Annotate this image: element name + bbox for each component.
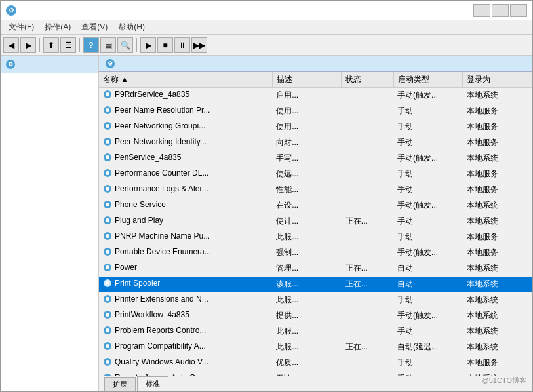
right-panel-header: ⚙ <box>99 56 532 72</box>
col-header-name[interactable]: 名称 ▲ <box>99 72 272 88</box>
svg-point-17 <box>106 218 109 222</box>
service-name-cell: Problem Reports Contro... <box>99 324 272 340</box>
row-icon: Peer Networking Identity... <box>103 137 207 146</box>
minimize-button[interactable] <box>473 4 490 17</box>
service-login-cell: 本地服务 <box>463 119 532 135</box>
table-row[interactable]: P9RdrService_4a835启用...手动(触发...本地系统 <box>99 88 532 104</box>
restart-button[interactable]: ▶▶ <box>191 37 207 53</box>
svg-point-5 <box>106 124 109 128</box>
table-row[interactable]: Print Spooler该服...正在...自动本地系统 <box>99 277 532 292</box>
table-row[interactable]: Phone Service在设...手动(触发...本地系统 <box>99 198 532 214</box>
service-startup-cell: 手动 <box>393 355 463 371</box>
row-icon: Plug and Play <box>103 216 163 225</box>
service-desc-cell: 无论... <box>272 371 342 376</box>
col-header-login[interactable]: 登录为 <box>463 72 532 88</box>
row-icon: Print Spooler <box>103 279 160 288</box>
service-login-cell: 本地系统 <box>463 151 532 167</box>
menu-item[interactable]: 文件(F) <box>3 20 39 34</box>
service-status-cell <box>342 88 393 104</box>
table-row[interactable]: PenService_4a835手写...手动(触发...本地系统 <box>99 151 532 167</box>
service-login-cell: 本地系统 <box>463 198 532 214</box>
window-controls <box>473 4 527 17</box>
show-hide-button[interactable]: ☰ <box>60 37 76 53</box>
table-row[interactable]: Printer Extensions and N...此服...手动本地系统 <box>99 292 532 308</box>
search-button[interactable]: 🔍 <box>117 37 133 53</box>
table-row[interactable]: PrintWorkflow_4a835提供...手动(触发...本地系统 <box>99 308 532 324</box>
service-startup-cell: 手动(触发... <box>393 308 463 324</box>
menu-item[interactable]: 帮助(H) <box>113 20 150 34</box>
table-row[interactable]: Performance Logs & Aler...性能...手动本地服务 <box>99 182 532 198</box>
table-row[interactable]: Peer Name Resolution Pr...使用...手动本地服务 <box>99 104 532 119</box>
service-startup-cell: 自动(延迟... <box>393 340 463 355</box>
table-body: P9RdrService_4a835启用...手动(触发...本地系统Peer … <box>99 88 532 376</box>
service-status-cell <box>342 324 393 340</box>
service-name-cell: Performance Logs & Aler... <box>99 182 272 198</box>
service-startup-cell: 手动 <box>393 324 463 340</box>
service-name-cell: Portable Device Enumera... <box>99 245 272 261</box>
tab-扩展[interactable]: 扩展 <box>104 377 136 391</box>
svg-point-33 <box>106 344 109 348</box>
menu-item[interactable]: 查看(V) <box>76 20 113 34</box>
service-name-cell: Print Spooler <box>99 277 272 292</box>
tab-标准[interactable]: 标准 <box>137 376 168 391</box>
table-row[interactable]: Power管理...正在...自动本地系统 <box>99 261 532 277</box>
list-button[interactable]: ▤ <box>100 37 116 53</box>
forward-button[interactable]: ▶ <box>20 37 36 53</box>
toolbar-separator-1 <box>39 38 40 52</box>
table-row[interactable]: PNRP Machine Name Pu...此服...手动本地服务 <box>99 229 532 245</box>
menu-item[interactable]: 操作(A) <box>39 20 76 34</box>
table-header: 名称 ▲ 描述 状态 启动类型 登录为 <box>99 72 532 88</box>
col-header-startup[interactable]: 启动类型 <box>393 72 463 88</box>
svg-point-35 <box>106 360 109 364</box>
row-icon: PNRP Machine Name Pu... <box>103 231 210 241</box>
maximize-button[interactable] <box>492 4 509 17</box>
table-row[interactable]: Quality Windows Audio V...优质...手动本地服务 <box>99 355 532 371</box>
title-bar-left: ⚙ <box>6 5 20 16</box>
services-table-container[interactable]: 名称 ▲ 描述 状态 启动类型 登录为 P9RdrService_4a835启用… <box>99 72 532 376</box>
table-row[interactable]: Performance Counter DL...使远...手动本地服务 <box>99 167 532 182</box>
service-name-cell: Performance Counter DL... <box>99 167 272 182</box>
help-button[interactable]: ? <box>83 37 99 53</box>
left-panel-icon: ⚙ <box>6 60 15 69</box>
stop-button[interactable]: ■ <box>157 37 173 53</box>
table-row[interactable]: Problem Reports Contro...此服...手动本地系统 <box>99 324 532 340</box>
service-startup-cell: 自动 <box>393 277 463 292</box>
toolbar-separator-3 <box>136 38 137 52</box>
service-login-cell: 本地系统 <box>463 324 532 340</box>
row-icon: Program Compatibility A... <box>103 342 206 351</box>
service-startup-cell: 手动 <box>393 104 463 119</box>
service-login-cell: 本地系统 <box>463 277 532 292</box>
service-desc-cell: 使用... <box>272 119 342 135</box>
table-row[interactable]: Peer Networking Identity...向对...手动本地服务 <box>99 135 532 151</box>
service-login-cell: 本地服务 <box>463 245 532 261</box>
service-login-cell: 本地服务 <box>463 135 532 151</box>
col-header-status[interactable]: 状态 <box>342 72 393 88</box>
play-button[interactable]: ▶ <box>140 37 156 53</box>
services-table: 名称 ▲ 描述 状态 启动类型 登录为 P9RdrService_4a835启用… <box>99 72 532 376</box>
up-button[interactable]: ⬆ <box>43 37 59 53</box>
table-row[interactable]: Remote Access Auto Con...无论...手动本地系统 <box>99 371 532 376</box>
service-name-cell: Plug and Play <box>99 214 272 229</box>
col-header-desc[interactable]: 描述 <box>272 72 342 88</box>
row-icon: Performance Counter DL... <box>103 168 208 178</box>
service-name-cell: Printer Extensions and N... <box>99 292 272 308</box>
pause-button[interactable]: ⏸ <box>174 37 190 53</box>
back-button[interactable]: ◀ <box>3 37 19 53</box>
service-desc-cell: 强制... <box>272 245 342 261</box>
service-desc-cell: 启用... <box>272 88 342 104</box>
row-icon: Problem Reports Contro... <box>103 326 206 335</box>
table-row[interactable]: Plug and Play使计...正在...手动本地系统 <box>99 214 532 229</box>
table-row[interactable]: Peer Networking Groupi...使用...手动本地服务 <box>99 119 532 135</box>
service-name-cell: Peer Name Resolution Pr... <box>99 104 272 119</box>
service-status-cell <box>342 151 393 167</box>
table-row[interactable]: Portable Device Enumera...强制...手动(触发...本… <box>99 245 532 261</box>
close-button[interactable] <box>510 4 527 17</box>
service-startup-cell: 手动(触发... <box>393 245 463 261</box>
table-row[interactable]: Program Compatibility A...此服...正在...自动(延… <box>99 340 532 355</box>
service-status-cell <box>342 135 393 151</box>
row-icon: Quality Windows Audio V... <box>103 357 208 366</box>
service-status-cell: 正在... <box>342 261 393 277</box>
service-login-cell: 本地服务 <box>463 167 532 182</box>
service-desc-cell: 提供... <box>272 308 342 324</box>
service-name-cell: P9RdrService_4a835 <box>99 88 272 104</box>
